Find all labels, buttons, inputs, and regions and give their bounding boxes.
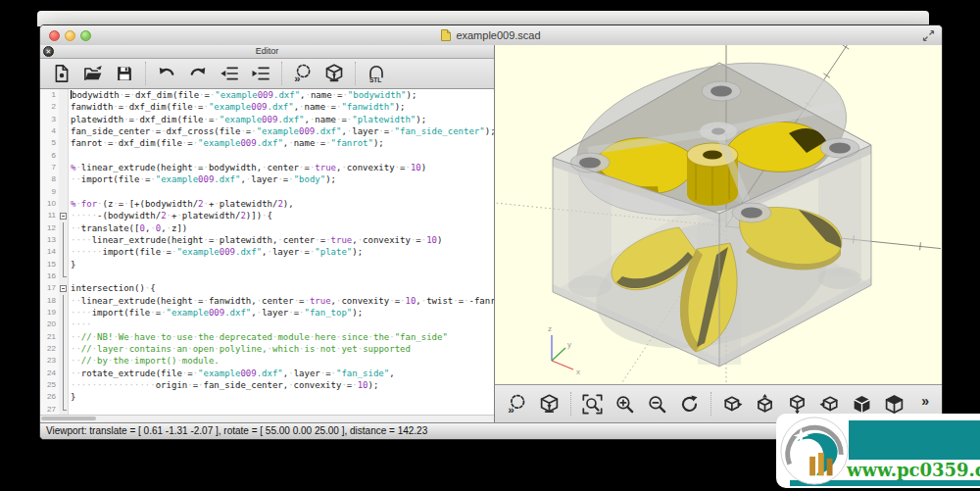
save-button[interactable]	[113, 62, 136, 85]
code-line[interactable]: 15}	[40, 259, 494, 270]
code-editor[interactable]: 1bodywidth·=·dxf_dim(file·=·"example009.…	[40, 89, 494, 415]
3d-model-canvas[interactable]: z y x	[495, 45, 941, 385]
redo-icon	[188, 64, 208, 83]
line-number: 17	[40, 282, 59, 294]
code-line[interactable]: 4fan_side_center·=·dxf_cross(file·=·"exa…	[40, 125, 494, 137]
editor-horizontal-scrollbar[interactable]	[40, 415, 494, 422]
unindent-button[interactable]	[218, 62, 241, 85]
code-line[interactable]: 20····	[40, 319, 494, 330]
code-line[interactable]: 27	[40, 404, 494, 415]
code-line[interactable]: 2fanwidth·=·dxf_dim(file·=·"example009.d…	[40, 101, 494, 113]
code-line[interactable]: 12··translate([0,·0,·z])	[40, 222, 494, 234]
code-line[interactable]: 11·····-(bodywidth/2·+·platewidth/2)])·{	[40, 210, 494, 221]
axis-indicator: z y x	[548, 324, 580, 376]
stl-export-icon: STL	[367, 64, 386, 83]
code-line[interactable]: 19····import(file·=·"example009.dxf",·la…	[40, 307, 494, 319]
code-line[interactable]: 3platewidth·=·dxf_dim(file·=·"example009…	[40, 114, 494, 125]
line-number: 14	[40, 246, 59, 258]
code-text: platewidth·=·dxf_dim(file·=·"example009.…	[69, 114, 426, 125]
svg-text:»: »	[508, 402, 514, 414]
code-text: fan_side_center·=·dxf_cross(file·=·"exam…	[69, 125, 494, 137]
preview-button[interactable]: »	[291, 62, 315, 85]
code-line[interactable]: 8··import(file·=·"example009.dxf",·layer…	[40, 173, 494, 185]
view-right-button[interactable]	[720, 392, 745, 417]
render-button[interactable]	[322, 62, 346, 85]
fan-model	[553, 63, 871, 368]
code-line[interactable]: 23··//·by·the·import()·module.	[40, 355, 494, 367]
fullscreen-button[interactable]	[922, 29, 935, 42]
code-line[interactable]: 14······import(file·=·"example009.dxf",·…	[40, 246, 494, 258]
3d-viewport[interactable]: z y x » »	[495, 45, 942, 422]
code-line[interactable]: 21··//·NB!·We·have·to·use·the·deprecated…	[40, 331, 494, 343]
zoom-out-button[interactable]	[645, 392, 669, 417]
code-line[interactable]: 16	[40, 270, 494, 282]
scrollbar-thumb[interactable]	[41, 417, 96, 420]
render-button[interactable]	[537, 392, 562, 417]
preview-button[interactable]: »	[505, 392, 529, 417]
view-top-button[interactable]	[753, 392, 777, 417]
code-line[interactable]: 9	[40, 186, 494, 198]
reset-view-button[interactable]	[677, 392, 702, 417]
code-line[interactable]: 26}	[40, 391, 494, 403]
view-perspective-icon	[852, 394, 872, 415]
code-line[interactable]: 18··linear_extrude(height·=·fanwidth,·ce…	[40, 295, 494, 307]
code-text: }	[69, 259, 75, 270]
chevron-right-icon: »	[921, 393, 929, 409]
fold-margin	[59, 343, 69, 355]
code-text: bodywidth·=·dxf_dim(file·=·"example009.d…	[69, 89, 416, 101]
fold-margin	[59, 379, 69, 391]
code-line[interactable]: 22··//·layer·contains·an·open·polyline,·…	[40, 343, 494, 355]
code-line[interactable]: 17intersection()·{	[40, 282, 494, 294]
line-number: 27	[40, 404, 59, 415]
new-file-button[interactable]	[50, 62, 74, 85]
code-line[interactable]: 10%·for·(z·=·[+(bodywidth/2·+·platewidth…	[40, 198, 494, 210]
toolbar-group: STL	[355, 62, 388, 85]
zoom-all-button[interactable]	[580, 392, 605, 417]
code-text: ··import(file·=·"example009.dxf",·layer·…	[69, 173, 336, 185]
fold-toggle[interactable]	[59, 210, 69, 221]
toolbar-group: »	[505, 392, 562, 416]
fold-margin	[59, 391, 69, 403]
fold-margin	[59, 137, 69, 149]
code-line[interactable]: 5fanrot·=·dxf_dim(file·=·"example009.dxf…	[40, 137, 494, 149]
code-text: ················origin·=·fan_side_center…	[69, 379, 378, 391]
code-line[interactable]: 6	[40, 150, 494, 162]
code-line[interactable]: 24··rotate_extrude(file·=·"example009.dx…	[40, 368, 494, 379]
toolbar-overflow-button[interactable]: »	[915, 392, 935, 410]
line-number: 25	[40, 379, 59, 391]
view-orthogonal-button[interactable]	[882, 392, 906, 417]
code-text: ··//·by·the·import()·module.	[69, 355, 220, 367]
redo-button[interactable]	[186, 62, 210, 85]
window-title: example009.scad	[456, 29, 540, 41]
line-number: 8	[40, 173, 59, 185]
line-number: 7	[40, 162, 59, 173]
view-perspective-button[interactable]	[850, 392, 874, 417]
code-line[interactable]: 1bodywidth·=·dxf_dim(file·=·"example009.…	[40, 89, 494, 101]
code-text: fanrot·=·dxf_dim(file·=·"example009.dxf"…	[69, 137, 384, 149]
indent-button[interactable]	[249, 62, 272, 85]
svg-text:»: »	[294, 73, 300, 83]
code-line[interactable]: 13····linear_extrude(height·=·platewidth…	[40, 234, 494, 246]
code-text: fanwidth·=·dxf_dim(file·=·"example009.dx…	[69, 101, 405, 113]
fold-margin	[59, 162, 69, 173]
fold-toggle[interactable]	[59, 282, 69, 294]
line-number: 19	[40, 307, 59, 319]
view-bottom-button[interactable]	[785, 392, 809, 417]
zoom-in-icon	[614, 394, 635, 415]
code-text: ····import(file·=·"example009.dxf",·laye…	[69, 307, 363, 319]
watermark-banner	[849, 420, 980, 460]
undo-button[interactable]	[155, 62, 178, 85]
window-titlebar[interactable]: example009.scad	[40, 25, 942, 46]
stl-export-button[interactable]: STL	[365, 62, 388, 85]
fold-margin	[59, 319, 69, 330]
toolbar-group	[145, 62, 272, 85]
zoom-in-button[interactable]	[612, 392, 637, 417]
view-left-button[interactable]	[817, 392, 842, 417]
fold-margin	[59, 114, 69, 125]
line-number: 6	[40, 150, 59, 162]
code-line[interactable]: 25················origin·=·fan_side_cent…	[40, 379, 494, 391]
watermark-logo-icon	[778, 415, 851, 487]
open-file-button[interactable]	[81, 62, 105, 85]
code-line[interactable]: 7%·linear_extrude(height·=·bodywidth,·ce…	[40, 162, 494, 173]
fold-margin	[59, 101, 69, 113]
